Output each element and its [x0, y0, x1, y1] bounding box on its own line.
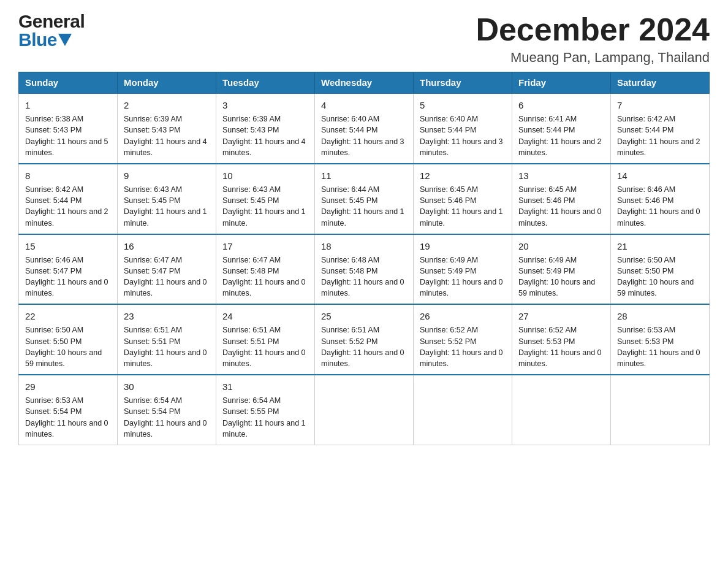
day-info: Sunrise: 6:52 AMSunset: 5:53 PMDaylight:… — [518, 326, 602, 368]
day-number: 12 — [420, 169, 506, 182]
logo-blue-text: Blue — [18, 31, 57, 49]
svg-marker-0 — [58, 34, 72, 46]
day-cell: 9 Sunrise: 6:43 AMSunset: 5:45 PMDayligh… — [118, 164, 216, 234]
day-info: Sunrise: 6:51 AMSunset: 5:51 PMDaylight:… — [124, 326, 207, 368]
day-info: Sunrise: 6:53 AMSunset: 5:54 PMDaylight:… — [25, 396, 108, 439]
day-cell: 19 Sunrise: 6:49 AMSunset: 5:49 PMDaylig… — [414, 234, 512, 305]
day-info: Sunrise: 6:38 AMSunset: 5:43 PMDaylight:… — [25, 115, 108, 157]
logo-blue-line: Blue — [18, 31, 85, 49]
day-cell: 30 Sunrise: 6:54 AMSunset: 5:54 PMDaylig… — [118, 375, 216, 445]
day-info: Sunrise: 6:54 AMSunset: 5:55 PMDaylight:… — [222, 396, 306, 439]
day-number: 4 — [321, 99, 407, 112]
day-number: 19 — [420, 240, 506, 253]
day-cell: 21 Sunrise: 6:50 AMSunset: 5:50 PMDaylig… — [611, 234, 710, 305]
day-info: Sunrise: 6:42 AMSunset: 5:44 PMDaylight:… — [25, 185, 108, 228]
day-info: Sunrise: 6:40 AMSunset: 5:44 PMDaylight:… — [420, 115, 503, 157]
day-info: Sunrise: 6:47 AMSunset: 5:48 PMDaylight:… — [222, 256, 306, 298]
day-info: Sunrise: 6:40 AMSunset: 5:44 PMDaylight:… — [321, 115, 404, 157]
day-number: 10 — [222, 169, 308, 182]
logo: General Blue — [18, 12, 85, 49]
day-info: Sunrise: 6:46 AMSunset: 5:46 PMDaylight:… — [617, 185, 700, 228]
day-info: Sunrise: 6:54 AMSunset: 5:54 PMDaylight:… — [124, 396, 207, 439]
day-number: 28 — [617, 310, 703, 323]
day-info: Sunrise: 6:49 AMSunset: 5:49 PMDaylight:… — [518, 256, 595, 298]
day-info: Sunrise: 6:47 AMSunset: 5:47 PMDaylight:… — [124, 256, 207, 298]
day-info: Sunrise: 6:39 AMSunset: 5:43 PMDaylight:… — [124, 115, 207, 157]
day-cell: 12 Sunrise: 6:45 AMSunset: 5:46 PMDaylig… — [414, 164, 512, 234]
logo-general: General — [18, 12, 85, 31]
day-number: 21 — [617, 240, 703, 253]
week-row-3: 15 Sunrise: 6:46 AMSunset: 5:47 PMDaylig… — [19, 234, 710, 305]
day-info: Sunrise: 6:43 AMSunset: 5:45 PMDaylight:… — [222, 185, 306, 228]
day-number: 8 — [25, 169, 111, 182]
day-info: Sunrise: 6:52 AMSunset: 5:52 PMDaylight:… — [420, 326, 503, 368]
days-header-row: SundayMondayTuesdayWednesdayThursdayFrid… — [19, 72, 710, 94]
day-cell: 23 Sunrise: 6:51 AMSunset: 5:51 PMDaylig… — [118, 304, 216, 375]
month-title: December 2024 — [476, 12, 710, 47]
day-info: Sunrise: 6:50 AMSunset: 5:50 PMDaylight:… — [25, 326, 102, 368]
col-header-tuesday: Tuesday — [216, 72, 315, 94]
day-cell: 24 Sunrise: 6:51 AMSunset: 5:51 PMDaylig… — [216, 304, 315, 375]
day-info: Sunrise: 6:44 AMSunset: 5:45 PMDaylight:… — [321, 185, 404, 228]
day-number: 5 — [420, 99, 506, 112]
day-cell: 17 Sunrise: 6:47 AMSunset: 5:48 PMDaylig… — [216, 234, 315, 305]
day-info: Sunrise: 6:39 AMSunset: 5:43 PMDaylight:… — [222, 115, 306, 157]
day-number: 16 — [124, 240, 210, 253]
day-cell — [512, 375, 611, 445]
day-cell — [315, 375, 414, 445]
col-header-sunday: Sunday — [19, 72, 118, 94]
day-info: Sunrise: 6:53 AMSunset: 5:53 PMDaylight:… — [617, 326, 700, 368]
week-row-1: 1 Sunrise: 6:38 AMSunset: 5:43 PMDayligh… — [19, 93, 710, 164]
col-header-saturday: Saturday — [611, 72, 710, 94]
day-number: 29 — [25, 380, 111, 393]
day-info: Sunrise: 6:41 AMSunset: 5:44 PMDaylight:… — [518, 115, 602, 157]
day-cell: 3 Sunrise: 6:39 AMSunset: 5:43 PMDayligh… — [216, 93, 315, 164]
calendar-table: SundayMondayTuesdayWednesdayThursdayFrid… — [18, 72, 710, 445]
day-number: 25 — [321, 310, 407, 323]
day-cell — [414, 375, 512, 445]
day-info: Sunrise: 6:42 AMSunset: 5:44 PMDaylight:… — [617, 115, 700, 157]
day-cell: 5 Sunrise: 6:40 AMSunset: 5:44 PMDayligh… — [414, 93, 512, 164]
week-row-4: 22 Sunrise: 6:50 AMSunset: 5:50 PMDaylig… — [19, 304, 710, 375]
day-cell: 1 Sunrise: 6:38 AMSunset: 5:43 PMDayligh… — [19, 93, 118, 164]
day-number: 15 — [25, 240, 111, 253]
day-cell: 11 Sunrise: 6:44 AMSunset: 5:45 PMDaylig… — [315, 164, 414, 234]
day-cell: 18 Sunrise: 6:48 AMSunset: 5:48 PMDaylig… — [315, 234, 414, 305]
day-cell: 26 Sunrise: 6:52 AMSunset: 5:52 PMDaylig… — [414, 304, 512, 375]
day-info: Sunrise: 6:45 AMSunset: 5:46 PMDaylight:… — [420, 185, 503, 228]
day-number: 31 — [222, 380, 308, 393]
week-row-5: 29 Sunrise: 6:53 AMSunset: 5:54 PMDaylig… — [19, 375, 710, 445]
day-number: 24 — [222, 310, 308, 323]
day-info: Sunrise: 6:45 AMSunset: 5:46 PMDaylight:… — [518, 185, 602, 228]
day-number: 1 — [25, 99, 111, 112]
day-number: 22 — [25, 310, 111, 323]
day-cell — [611, 375, 710, 445]
title-block: December 2024 Mueang Pan, Lampang, Thail… — [476, 12, 710, 66]
day-number: 17 — [222, 240, 308, 253]
day-number: 18 — [321, 240, 407, 253]
day-info: Sunrise: 6:51 AMSunset: 5:51 PMDaylight:… — [222, 326, 306, 368]
day-cell: 29 Sunrise: 6:53 AMSunset: 5:54 PMDaylig… — [19, 375, 118, 445]
day-info: Sunrise: 6:48 AMSunset: 5:48 PMDaylight:… — [321, 256, 404, 298]
day-cell: 28 Sunrise: 6:53 AMSunset: 5:53 PMDaylig… — [611, 304, 710, 375]
day-info: Sunrise: 6:51 AMSunset: 5:52 PMDaylight:… — [321, 326, 404, 368]
day-info: Sunrise: 6:46 AMSunset: 5:47 PMDaylight:… — [25, 256, 108, 298]
location-title: Mueang Pan, Lampang, Thailand — [476, 50, 710, 66]
day-cell: 4 Sunrise: 6:40 AMSunset: 5:44 PMDayligh… — [315, 93, 414, 164]
day-number: 27 — [518, 310, 604, 323]
day-cell: 16 Sunrise: 6:47 AMSunset: 5:47 PMDaylig… — [118, 234, 216, 305]
day-number: 20 — [518, 240, 604, 253]
day-number: 6 — [518, 99, 604, 112]
day-cell: 13 Sunrise: 6:45 AMSunset: 5:46 PMDaylig… — [512, 164, 611, 234]
day-info: Sunrise: 6:49 AMSunset: 5:49 PMDaylight:… — [420, 256, 503, 298]
week-row-2: 8 Sunrise: 6:42 AMSunset: 5:44 PMDayligh… — [19, 164, 710, 234]
day-info: Sunrise: 6:50 AMSunset: 5:50 PMDaylight:… — [617, 256, 694, 298]
day-number: 7 — [617, 99, 703, 112]
day-cell: 27 Sunrise: 6:52 AMSunset: 5:53 PMDaylig… — [512, 304, 611, 375]
day-number: 23 — [124, 310, 210, 323]
col-header-monday: Monday — [118, 72, 216, 94]
day-cell: 20 Sunrise: 6:49 AMSunset: 5:49 PMDaylig… — [512, 234, 611, 305]
day-number: 26 — [420, 310, 506, 323]
day-number: 3 — [222, 99, 308, 112]
day-cell: 14 Sunrise: 6:46 AMSunset: 5:46 PMDaylig… — [611, 164, 710, 234]
